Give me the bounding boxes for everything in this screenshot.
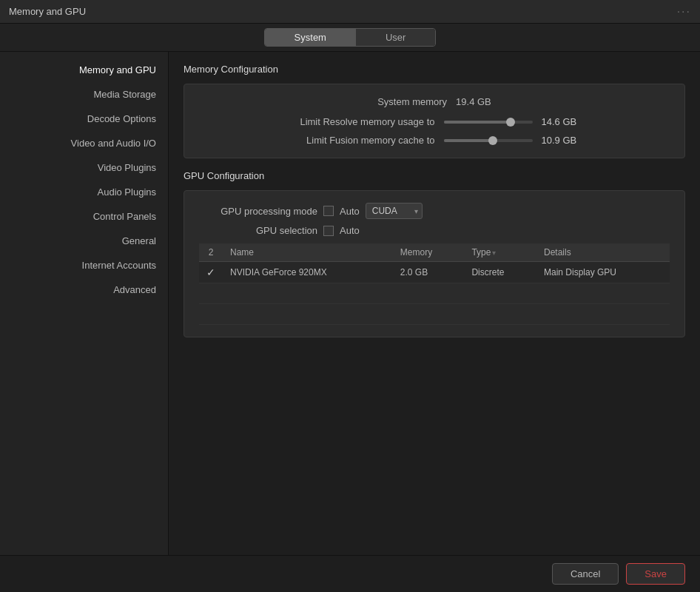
limit-resolve-slider-container[interactable] (444, 121, 533, 124)
limit-resolve-slider-thumb[interactable] (506, 118, 515, 127)
sidebar: Memory and GPU Media Storage Decode Opti… (0, 52, 169, 592)
sidebar-item-internet-accounts[interactable]: Internet Accounts (0, 253, 168, 278)
gpu-name: NVIDIA GeForce 920MX (223, 262, 393, 283)
limit-fusion-label: Limit Fusion memory cache to (287, 135, 435, 146)
sidebar-item-video-audio-io[interactable]: Video and Audio I/O (0, 131, 168, 155)
col-name: Name (223, 243, 393, 262)
gpu-processing-auto-label: Auto (340, 206, 360, 217)
limit-fusion-value: 10.9 GB (542, 135, 582, 146)
window-title: Memory and GPU (9, 6, 86, 17)
limit-resolve-label: Limit Resolve memory usage to (287, 116, 435, 127)
col-memory: Memory (393, 243, 465, 262)
sidebar-item-decode-options[interactable]: Decode Options (0, 107, 168, 131)
gpu-row-checkbox[interactable]: ✓ (199, 262, 223, 283)
gpu-details: Main Display GPU (536, 262, 670, 283)
gpu-memory: 2.0 GB (393, 262, 465, 283)
gpu-table-row: ✓ NVIDIA GeForce 920MX 2.0 GB Discrete M… (199, 262, 670, 283)
sidebar-item-memory-gpu[interactable]: Memory and GPU (0, 58, 168, 82)
gpu-mode-area: GPU processing mode Auto CUDA OpenCL Met… (199, 203, 670, 236)
cuda-select[interactable]: CUDA OpenCL Metal (366, 203, 423, 219)
gpu-table-empty-row-2 (199, 304, 670, 325)
tab-user[interactable]: User (356, 29, 435, 46)
gpu-processing-auto-checkbox[interactable] (323, 206, 334, 216)
sidebar-item-general[interactable]: General (0, 229, 168, 253)
limit-resolve-value: 14.6 GB (542, 116, 582, 127)
system-memory-label: System memory (377, 96, 447, 107)
sidebar-item-media-storage[interactable]: Media Storage (0, 82, 168, 107)
tab-bar: System User (0, 24, 700, 52)
gpu-config-card: GPU processing mode Auto CUDA OpenCL Met… (184, 190, 685, 337)
limit-fusion-row: Limit Fusion memory cache to 10.9 GB (199, 135, 670, 146)
limit-resolve-slider-track[interactable] (444, 121, 533, 124)
tab-group: System User (264, 28, 437, 47)
limit-resolve-row: Limit Resolve memory usage to 14.6 GB (199, 116, 670, 127)
gpu-processing-mode-label: GPU processing mode (199, 206, 317, 217)
gpu-selection-auto-label: Auto (340, 225, 360, 236)
gpu-table-empty-row-1 (199, 283, 670, 304)
cancel-button[interactable]: Cancel (552, 563, 619, 585)
save-button[interactable]: Save (626, 563, 685, 585)
content-area: Memory Configuration System memory 19.4 … (169, 52, 700, 592)
gpu-selection-label: GPU selection (199, 225, 317, 236)
sidebar-item-control-panels[interactable]: Control Panels (0, 204, 168, 229)
gpu-table: 2 Name Memory Type ▾ Details (199, 243, 670, 325)
checkmark-icon: ✓ (206, 266, 215, 278)
memory-config-title: Memory Configuration (184, 64, 685, 75)
limit-fusion-slider-track[interactable] (444, 139, 533, 142)
gpu-table-header: 2 Name Memory Type ▾ Details (199, 243, 670, 262)
gpu-selection-auto-checkbox[interactable] (323, 226, 334, 236)
main-layout: Memory and GPU Media Storage Decode Opti… (0, 52, 700, 592)
col-type: Type ▾ (464, 243, 536, 262)
gpu-selection-row: GPU selection Auto (199, 225, 670, 236)
gpu-type: Discrete (464, 262, 536, 283)
gpu-config-title: GPU Configuration (184, 170, 685, 181)
cuda-select-wrapper[interactable]: CUDA OpenCL Metal (366, 203, 423, 219)
col-details: Details (536, 243, 670, 262)
memory-config-card: System memory 19.4 GB Limit Resolve memo… (184, 84, 685, 158)
limit-resolve-slider-fill (444, 121, 511, 124)
limit-fusion-slider-container[interactable] (444, 139, 533, 142)
col-type-chevron[interactable]: ▾ (492, 249, 496, 257)
sidebar-item-video-plugins[interactable]: Video Plugins (0, 155, 168, 180)
bottom-bar: Cancel Save (0, 555, 700, 592)
limit-fusion-slider-fill (444, 139, 493, 142)
tab-system[interactable]: System (265, 29, 356, 46)
gpu-processing-mode-row: GPU processing mode Auto CUDA OpenCL Met… (199, 203, 670, 219)
system-memory-row: System memory 19.4 GB (199, 96, 670, 107)
system-memory-value: 19.4 GB (456, 96, 491, 107)
titlebar: Memory and GPU ··· (0, 0, 700, 24)
sidebar-item-advanced[interactable]: Advanced (0, 278, 168, 302)
sidebar-item-audio-plugins[interactable]: Audio Plugins (0, 180, 168, 204)
col-num: 2 (199, 243, 223, 262)
window-menu-dots[interactable]: ··· (677, 5, 691, 18)
limit-fusion-slider-thumb[interactable] (488, 136, 497, 145)
